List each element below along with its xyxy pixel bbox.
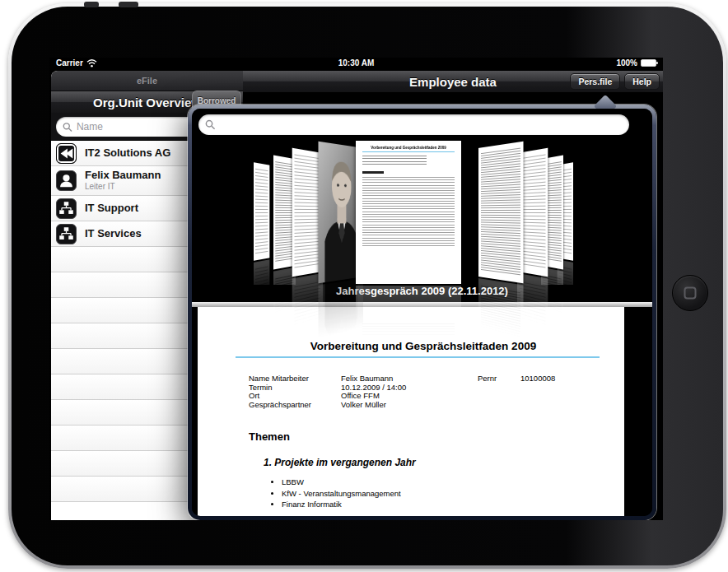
- mini-doc-body: [362, 177, 455, 246]
- clock: 10:30 AM: [49, 58, 663, 67]
- popover-search-zone: [192, 109, 652, 140]
- mini-doc-heading: [362, 171, 384, 174]
- status-bar: Carrier 10:30 AM 100%: [49, 58, 663, 70]
- coverflow-page[interactable]: [478, 142, 523, 284]
- document-page: Vorbereitung und Gesprächsleitfaden 2009…: [198, 307, 624, 516]
- person-icon: [56, 170, 77, 191]
- efile-title-bar: eFile: [51, 71, 243, 91]
- list-item-label: Felix Baumann: [85, 170, 161, 181]
- ipad-frame: Carrier 10:30 AM 100% eFile: [8, 3, 726, 569]
- back-chevrons-icon: [56, 143, 77, 164]
- field-value: Office FFM: [341, 392, 479, 401]
- document-preview[interactable]: Vorbereitung und Gesprächsleitfaden 2009…: [192, 307, 652, 516]
- document-fields: Name Mitarbeiter Felix Baumann Termin 10…: [249, 374, 624, 409]
- field-label: Gesprächspartner: [249, 401, 341, 410]
- list-item-label: IT Services: [85, 228, 142, 239]
- mini-doc-fields: [362, 156, 427, 167]
- power-button[interactable]: [119, 2, 138, 7]
- field-label: Termin: [249, 384, 341, 393]
- employee-nav-bar: Employee data Pers.file Help: [243, 71, 663, 93]
- bullet-list: LBBW KfW - Veranstaltungsmanagement Fina…: [282, 477, 624, 510]
- list-item-label: IT Support: [85, 202, 138, 214]
- pers-file-popover: Vorbereitung und Gesprächsleitfaden 2009: [188, 105, 656, 520]
- coverflow-page[interactable]: [254, 162, 269, 261]
- bullet-item: KfW - Veranstaltungsmanagement: [282, 488, 624, 500]
- mini-doc-title: Vorbereitung und Gesprächsleitfaden 2009: [362, 146, 455, 152]
- search-icon: [63, 122, 72, 133]
- field-value: Felix Baumann: [341, 374, 479, 384]
- section-heading: Themen: [249, 430, 624, 443]
- help-button[interactable]: Help: [624, 73, 660, 90]
- search-icon: [205, 119, 216, 130]
- title-rule: [236, 356, 600, 358]
- bullet-item: LBBW: [282, 477, 624, 488]
- home-button[interactable]: [672, 275, 708, 311]
- coverflow-selected-document[interactable]: Vorbereitung und Gesprächsleitfaden 2009: [356, 141, 461, 284]
- volume-button[interactable]: [84, 2, 99, 7]
- page-title: Org.Unit Overview: [93, 95, 201, 109]
- field-label: Ort: [249, 392, 341, 401]
- field-label: Name Mitarbeiter: [249, 374, 341, 384]
- popover-search-field[interactable]: [198, 114, 629, 135]
- pernr-label: Pernr: [478, 374, 520, 384]
- field-value: Volker Müller: [341, 401, 479, 410]
- bullet-item: Finanz Informatik: [282, 499, 624, 510]
- screen: Carrier 10:30 AM 100% eFile: [49, 58, 663, 520]
- document-title: Vorbereitung und Gesprächsleitfaden 2009: [198, 340, 624, 352]
- document-coverflow: Vorbereitung und Gesprächsleitfaden 2009: [192, 140, 652, 285]
- popover-search-input[interactable]: [220, 119, 623, 131]
- subsection-heading: 1. Projekte im vergangenen Jahr: [264, 457, 624, 468]
- home-button-square: [684, 287, 697, 300]
- ipad-bezel: Carrier 10:30 AM 100% eFile: [12, 7, 723, 565]
- document-caption: Jahresgespräch 2009 (22.11.2012): [192, 285, 652, 302]
- list-item-sublabel: Leiter IT: [85, 181, 161, 193]
- app-title: eFile: [137, 76, 157, 86]
- pers-file-button[interactable]: Pers.file: [570, 73, 620, 90]
- pernr-value: 10100008: [520, 374, 652, 384]
- list-item-label: IT2 Solutions AG: [85, 147, 170, 159]
- battery-icon: [641, 59, 656, 67]
- org-chart-icon: [56, 224, 77, 244]
- org-chart-icon: [56, 198, 77, 219]
- battery-percent: 100%: [616, 58, 637, 67]
